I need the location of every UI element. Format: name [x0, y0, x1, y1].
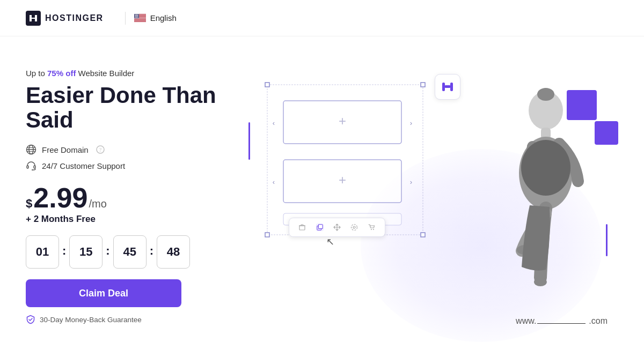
price-display: $ 2.99 /mo [26, 184, 240, 212]
svg-point-22 [136, 15, 137, 16]
svg-rect-69 [318, 225, 323, 229]
builder-toolbar [289, 218, 385, 237]
deco-line-left [248, 122, 250, 160]
claim-deal-button[interactable]: Claim Deal [26, 279, 181, 307]
svg-rect-8 [134, 18, 146, 19]
svg-rect-9 [134, 19, 146, 19]
svg-point-31 [136, 17, 137, 17]
feature-support: 24/7 Customer Support [26, 160, 240, 171]
svg-rect-45 [27, 166, 28, 168]
svg-text:‹: ‹ [273, 119, 275, 127]
svg-point-21 [136, 15, 136, 16]
language-selector[interactable]: English [134, 13, 177, 23]
svg-point-19 [138, 14, 138, 15]
svg-point-24 [135, 16, 135, 16]
svg-point-73 [373, 229, 374, 230]
globe-icon [26, 144, 36, 155]
svg-text:?: ? [99, 147, 101, 153]
move-icon [333, 224, 341, 231]
headline: Easier Done Than Said [26, 83, 240, 132]
language-label: English [150, 13, 177, 23]
url-com: .com [589, 316, 608, 326]
svg-rect-13 [134, 21, 146, 22]
svg-point-28 [138, 16, 138, 16]
svg-text:›: › [410, 178, 412, 186]
svg-point-35 [136, 17, 137, 18]
svg-point-16 [135, 14, 136, 15]
svg-rect-66 [299, 226, 305, 230]
svg-point-70 [353, 226, 355, 228]
teaser-prefix: Up to [26, 69, 47, 78]
url-bar: www. .com [516, 316, 608, 326]
svg-point-81 [521, 140, 570, 196]
price-dollar: $ [26, 198, 32, 210]
svg-text:+: + [339, 114, 346, 128]
right-panel: + ‹ › + ‹ › [240, 58, 618, 342]
us-flag-icon [134, 14, 146, 22]
svg-point-20 [135, 15, 135, 16]
cursor-icon: ↖ [326, 236, 334, 248]
promo-teaser: Up to 75% off Website Builder [26, 69, 240, 78]
svg-point-27 [137, 16, 137, 16]
price-bonus: + 2 Months Free [26, 214, 240, 225]
price-period: /mo [89, 198, 106, 210]
header: HOSTINGER [0, 0, 644, 36]
feature-domain-label: Free Domain [42, 145, 89, 154]
left-panel: Up to 75% off Website Builder Easier Don… [26, 58, 240, 324]
url-www: www. [516, 316, 536, 326]
svg-point-26 [136, 16, 137, 16]
main-content: Up to 75% off Website Builder Easier Don… [0, 36, 644, 342]
teaser-highlight: 75% off [47, 69, 76, 78]
guarantee-row: 30-Day Money-Back Guarantee [26, 315, 240, 324]
brand-name: HOSTINGER [45, 13, 104, 23]
header-divider [125, 12, 126, 25]
teaser-suffix: Website Builder [76, 69, 134, 78]
builder-ui-mockup: + ‹ › + ‹ › [262, 79, 428, 242]
countdown-minutes: 15 [69, 235, 103, 269]
svg-rect-10 [134, 19, 146, 20]
svg-point-47 [32, 169, 33, 170]
svg-rect-12 [134, 21, 146, 21]
svg-point-30 [136, 17, 136, 17]
deco-line-right [606, 224, 608, 256]
svg-text:›: › [410, 119, 412, 127]
help-icon: ? [96, 145, 105, 154]
trash-icon [298, 224, 306, 231]
price-amount: 2.99 [33, 184, 87, 212]
settings-icon [350, 224, 358, 231]
svg-point-29 [135, 17, 135, 17]
svg-point-18 [137, 14, 137, 15]
svg-point-25 [135, 16, 136, 16]
guarantee-label: 30-Day Money-Back Guarantee [40, 316, 142, 324]
cart-icon [368, 224, 376, 231]
svg-point-75 [537, 88, 554, 101]
svg-rect-55 [265, 233, 269, 237]
feature-domain: Free Domain ? [26, 144, 240, 155]
countdown-hours: 01 [26, 235, 59, 269]
countdown-sep-3: : [150, 244, 153, 260]
countdown-sep-2: : [106, 244, 109, 260]
countdown-timer: 01 : 15 : 45 : 48 [26, 235, 240, 269]
svg-rect-53 [265, 83, 269, 87]
hostinger-logo-icon [26, 11, 41, 26]
features-list: Free Domain ? 24/7 Customer Support [26, 144, 240, 171]
svg-point-71 [352, 225, 357, 231]
countdown-centiseconds: 48 [157, 235, 190, 269]
feature-support-label: 24/7 Customer Support [42, 161, 125, 170]
svg-rect-54 [421, 83, 425, 87]
svg-rect-49 [442, 83, 445, 91]
svg-point-79 [534, 278, 547, 286]
svg-point-33 [135, 17, 135, 18]
logo: HOSTINGER [26, 11, 104, 26]
svg-text:+: + [339, 173, 346, 187]
price-section: $ 2.99 /mo + 2 Months Free [26, 184, 240, 225]
svg-rect-56 [421, 233, 425, 237]
svg-text:‹: ‹ [273, 178, 275, 186]
svg-point-23 [137, 15, 138, 16]
copy-icon [316, 224, 324, 231]
headset-icon [26, 160, 36, 171]
svg-point-34 [135, 17, 136, 18]
svg-point-17 [136, 14, 137, 15]
svg-point-37 [138, 17, 138, 18]
svg-point-72 [371, 229, 372, 230]
